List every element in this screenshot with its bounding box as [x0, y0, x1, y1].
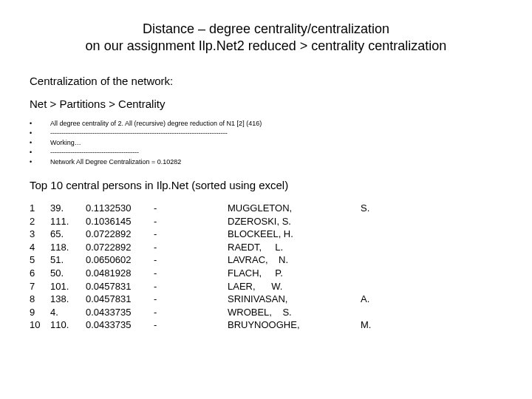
cell-initial: M.: [361, 318, 390, 332]
cell-initial: [361, 253, 390, 267]
cell-dash: -: [154, 306, 228, 319]
table-row: 139.0.1132530-MUGGLETON,S.: [30, 202, 502, 215]
title-line-1: Distance – degree centrality/centralizat…: [52, 21, 480, 38]
cell-id: 4.: [50, 306, 86, 319]
bullet-text: All degree centrality of 2. All (recursi…: [50, 119, 262, 129]
bullet-row: •---------------------------------------…: [30, 129, 502, 138]
cell-dash: -: [154, 280, 228, 293]
cell-id: 39.: [50, 202, 86, 215]
cell-rank: 6: [30, 267, 50, 280]
cell-value: 0.0457831: [86, 280, 154, 293]
cell-name: SRINIVASAN,: [228, 293, 361, 306]
cell-dash: -: [154, 228, 228, 241]
cell-dash: -: [154, 241, 228, 254]
cell-value: 0.0433735: [86, 306, 154, 319]
subheading-menu-path: Net > Partitions > Centrality: [30, 98, 502, 110]
cell-rank: 8: [30, 293, 50, 306]
bullet-dot-icon: •: [30, 148, 50, 157]
bullet-row: •---------------------------------------…: [30, 148, 502, 157]
cell-name: WROBEL, S.: [228, 306, 361, 319]
cell-dash: -: [154, 267, 228, 280]
bullet-text: ----------------------------------------: [50, 148, 139, 157]
table-row: 8138.0.0457831-SRINIVASAN,A.: [30, 293, 502, 306]
cell-id: 65.: [50, 228, 86, 241]
cell-value: 0.0722892: [86, 228, 154, 241]
cell-name: LAER, W.: [228, 280, 361, 293]
cell-rank: 3: [30, 228, 50, 241]
cell-value: 0.1036145: [86, 215, 154, 228]
cell-dash: -: [154, 318, 228, 332]
bullet-text: ----------------------------------------…: [50, 129, 228, 138]
title-block: Distance – degree centrality/centralizat…: [30, 21, 502, 54]
table-row: 4118.0.0722892-RAEDT, L.: [30, 241, 502, 254]
cell-name: FLACH, P.: [228, 267, 361, 280]
cell-name: BLOCKEEL, H.: [228, 228, 361, 241]
cell-name: MUGGLETON,: [228, 202, 361, 215]
bullet-text: Working…: [50, 138, 81, 148]
table-row: 650.0.0481928-FLACH, P.: [30, 267, 502, 280]
bullet-text: Network All Degree Centralization = 0.10…: [50, 157, 181, 167]
bullet-row: •Network All Degree Centralization = 0.1…: [30, 157, 502, 167]
bullet-dot-icon: •: [30, 138, 50, 148]
cell-value: 0.0722892: [86, 241, 154, 254]
cell-value: 0.0433735: [86, 318, 154, 332]
cell-value: 0.1132530: [86, 202, 154, 215]
cell-id: 118.: [50, 241, 86, 254]
cell-initial: A.: [361, 293, 390, 306]
bullet-dot-icon: •: [30, 157, 50, 167]
cell-id: 50.: [50, 267, 86, 280]
cell-name: BRUYNOOGHE,: [228, 318, 361, 332]
bullet-dot-icon: •: [30, 119, 50, 129]
cell-id: 111.: [50, 215, 86, 228]
cell-id: 51.: [50, 253, 86, 267]
title-line-2: on our assignment Ilp.Net2 reduced > cen…: [52, 38, 480, 55]
table-row: 10110.0.0433735-BRUYNOOGHE,M.: [30, 318, 502, 332]
table-row: 7101.0.0457831-LAER, W.: [30, 280, 502, 293]
cell-initial: [361, 241, 390, 254]
table-row: 2111.0.1036145-DZEROSKI, S.: [30, 215, 502, 228]
cell-rank: 5: [30, 253, 50, 267]
cell-dash: -: [154, 293, 228, 306]
subheading-top10: Top 10 central persons in Ilp.Net (sorte…: [30, 179, 502, 191]
cell-dash: -: [154, 202, 228, 215]
cell-id: 110.: [50, 318, 86, 332]
table-row: 94.0.0433735-WROBEL, S.: [30, 306, 502, 319]
cell-value: 0.0650602: [86, 253, 154, 267]
cell-name: DZEROSKI, S.: [228, 215, 361, 228]
cell-rank: 1: [30, 202, 50, 215]
cell-dash: -: [154, 253, 228, 267]
table-row: 551.0.0650602-LAVRAC, N.: [30, 253, 502, 267]
cell-rank: 4: [30, 241, 50, 254]
cell-id: 101.: [50, 280, 86, 293]
cell-id: 138.: [50, 293, 86, 306]
cell-initial: [361, 267, 390, 280]
cell-initial: [361, 306, 390, 319]
cell-initial: [361, 215, 390, 228]
bullet-dot-icon: •: [30, 129, 50, 138]
table-row: 365.0.0722892-BLOCKEEL, H.: [30, 228, 502, 241]
cell-rank: 2: [30, 215, 50, 228]
cell-name: LAVRAC, N.: [228, 253, 361, 267]
cell-rank: 10: [30, 318, 50, 332]
cell-value: 0.0457831: [86, 293, 154, 306]
cell-rank: 9: [30, 306, 50, 319]
cell-dash: -: [154, 215, 228, 228]
cell-initial: S.: [361, 202, 390, 215]
cell-name: RAEDT, L.: [228, 241, 361, 254]
bullet-row: •Working…: [30, 138, 502, 148]
cell-value: 0.0481928: [86, 267, 154, 280]
cell-rank: 7: [30, 280, 50, 293]
subheading-centralization: Centralization of the network:: [30, 75, 502, 87]
bullet-row: •All degree centrality of 2. All (recurs…: [30, 119, 502, 129]
cell-initial: [361, 228, 390, 241]
bullet-block: •All degree centrality of 2. All (recurs…: [30, 119, 502, 167]
cell-initial: [361, 280, 390, 293]
centrality-table: 139.0.1132530-MUGGLETON,S. 2111.0.103614…: [30, 202, 502, 331]
